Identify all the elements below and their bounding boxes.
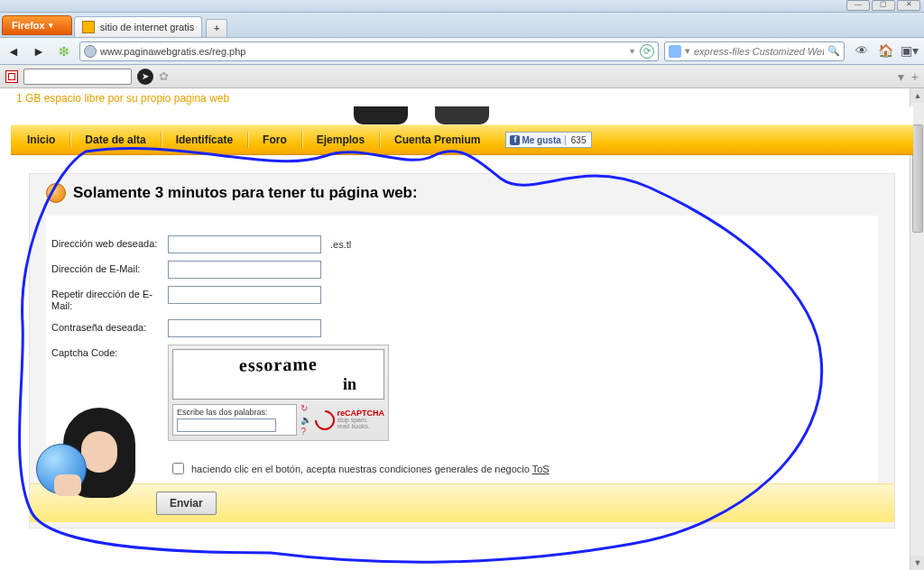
label-password: Contraseña deseada: xyxy=(46,319,168,333)
aux-search-go-button[interactable]: ➤ xyxy=(137,69,153,85)
input-email[interactable] xyxy=(168,261,321,279)
recaptcha-tagline-1: stop spam. xyxy=(337,417,367,423)
tab-favicon-icon xyxy=(82,21,95,33)
tos-link[interactable]: ToS xyxy=(532,464,550,474)
nav-toolbar: ◄ ► ❇ ▾ ⟳ ▾ 🔍 👁 🏠 ▣▾ xyxy=(0,38,924,65)
label-email: Dirección de E-Mail: xyxy=(46,261,168,274)
tabstrip: Firefox sitio de internet gratis + xyxy=(0,13,924,38)
page-body: 1 GB espacio libre por su propio pagina … xyxy=(11,88,913,529)
input-email-repeat[interactable] xyxy=(168,286,321,304)
aux-settings-icon[interactable]: ✿ xyxy=(159,69,169,83)
captcha-help-icon[interactable]: ? xyxy=(300,427,311,437)
panel-headline: Solamente 3 minutos para tener tu página… xyxy=(73,184,418,202)
search-engine-icon[interactable] xyxy=(669,45,681,58)
menu-item-inicio[interactable]: Inicio xyxy=(20,133,62,146)
signup-form: Dirección web deseada: .es.tl Dirección … xyxy=(46,216,878,513)
search-go-icon[interactable]: 🔍 xyxy=(827,45,840,57)
decorative-person-globe-image xyxy=(36,408,162,507)
site-identity-icon xyxy=(84,45,97,58)
home-button[interactable]: 🏠 xyxy=(877,43,893,60)
back-button[interactable]: ◄ xyxy=(4,41,23,61)
window-titlebar: — ▢ ✕ xyxy=(0,0,924,13)
fb-like-count: 635 xyxy=(566,135,592,145)
recaptcha-tagline-2: read books. xyxy=(337,423,370,429)
header-image xyxy=(11,106,913,124)
tos-row: haciendo clic en el botón, acepta nuestr… xyxy=(46,445,878,483)
input-password[interactable] xyxy=(168,319,321,337)
url-right-controls: ▾ ⟳ xyxy=(630,44,654,59)
window-close-button[interactable]: ✕ xyxy=(897,0,920,11)
dropdown-icon[interactable]: ▾ xyxy=(630,46,634,56)
forward-button[interactable]: ► xyxy=(29,41,49,61)
tos-checkbox[interactable] xyxy=(172,463,184,474)
facebook-like-widget[interactable]: fMe gusta 635 xyxy=(505,132,592,148)
captcha-word-1: essorame xyxy=(239,354,318,376)
window-minimize-button[interactable]: — xyxy=(846,0,870,11)
search-input[interactable] xyxy=(694,46,824,57)
menu-item-cuenta-premium[interactable]: Cuenta Premium xyxy=(387,133,487,146)
aux-search-input[interactable] xyxy=(23,69,132,85)
captcha-refresh-icon[interactable]: ↻ xyxy=(300,403,311,413)
scroll-down-button[interactable]: ▼ xyxy=(910,556,924,570)
firefox-menu-label: Firefox xyxy=(12,20,45,31)
captcha-input[interactable] xyxy=(177,418,276,432)
aux-right-icon-b[interactable]: + xyxy=(911,69,919,84)
tab-title: sitio de internet gratis xyxy=(100,22,195,32)
bookmarks-menu-button[interactable]: ▣▾ xyxy=(901,43,917,60)
label-captcha: Captcha Code: xyxy=(46,345,168,358)
content-viewport: ▲ ▼ 1 GB espacio libre por su propio pag… xyxy=(0,88,924,570)
noscript-icon[interactable] xyxy=(5,70,18,83)
label-web-address: Dirección web deseada: xyxy=(46,235,168,249)
submit-button[interactable]: Enviar xyxy=(156,492,217,515)
extension-a-icon[interactable]: ❇ xyxy=(54,41,74,61)
recaptcha-logo-icon xyxy=(311,406,339,434)
scroll-thumb[interactable] xyxy=(912,124,923,233)
tos-text: haciendo clic en el botón, acepta nuestr… xyxy=(191,464,532,474)
recaptcha-brand: reCAPTCHA stop spam. read books. xyxy=(315,410,384,430)
captcha-audio-icon[interactable]: 🔈 xyxy=(300,415,311,425)
captcha-entry-label: Escribe las dos palabras: xyxy=(177,408,292,417)
fb-like-label: Me gusta xyxy=(522,135,560,145)
recaptcha-brand-name: reCAPTCHA xyxy=(337,410,384,417)
captcha-widget: essorame in Escribe las dos palabras: ↻ … xyxy=(168,345,389,441)
menu-item-date-de-alta[interactable]: Date de alta xyxy=(78,133,152,146)
bookmarks-toolbar: ➤ ✿ ▾ + xyxy=(0,65,924,88)
url-bar[interactable]: ▾ ⟳ xyxy=(79,41,659,61)
input-web-address[interactable] xyxy=(168,235,321,253)
extension-b-icon[interactable]: 👁 xyxy=(854,43,870,60)
tab-active[interactable]: sitio de internet gratis xyxy=(74,16,203,37)
web-address-suffix: .es.tl xyxy=(330,235,351,250)
captcha-image: essorame in xyxy=(172,349,384,400)
label-email-repeat: Repetir dirección de E-Mail: xyxy=(46,286,168,312)
firefox-menu-button[interactable]: Firefox xyxy=(2,15,72,35)
window-maximize-button[interactable]: ▢ xyxy=(872,0,895,11)
aux-right-icon-a[interactable]: ▾ xyxy=(898,69,904,84)
main-menu: Inicio Date de alta Identifícate Foro Ej… xyxy=(11,124,913,155)
site-slogan: 1 GB espacio libre por su propio pagina … xyxy=(11,88,913,106)
reload-button[interactable]: ⟳ xyxy=(640,44,654,59)
url-input[interactable] xyxy=(100,46,626,57)
search-bar[interactable]: ▾ 🔍 xyxy=(664,41,845,61)
menu-item-foro[interactable]: Foro xyxy=(255,133,294,146)
menu-item-ejemplos[interactable]: Ejemplos xyxy=(310,133,372,146)
menu-item-identificate[interactable]: Identifícate xyxy=(169,133,240,146)
captcha-word-2: in xyxy=(343,375,356,394)
clock-icon xyxy=(46,183,66,203)
new-tab-button[interactable]: + xyxy=(206,19,227,37)
